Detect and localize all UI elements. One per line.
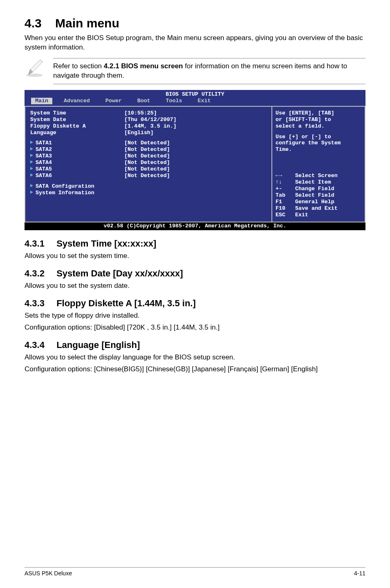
triangle-icon [30, 167, 33, 170]
bios-screen: BIOS SETUP UTILITY Main Advanced Power B… [25, 90, 365, 230]
triangle-icon [30, 147, 33, 150]
sub-desc: Configuration options: [Chinese(BIG5)] [… [25, 365, 365, 374]
section-intro: When you enter the BIOS Setup program, t… [25, 34, 365, 52]
lbl-sata6: SATA6 [36, 173, 52, 179]
key-f10: F10 [276, 205, 295, 212]
help-line: Time. [276, 146, 361, 153]
row-sata1[interactable]: SATA1 [Not Detected] [30, 140, 267, 146]
lbl-sata-config: SATA Configuration [36, 183, 94, 189]
pencil-icon [25, 58, 44, 79]
triangle-icon [30, 141, 33, 144]
bios-menu: Main Advanced Power Boot Tools Exit [25, 98, 365, 106]
sub-title: Floppy Diskette A [1.44M, 3.5 in.] [56, 298, 196, 308]
key-lr-text: Select Screen [295, 173, 338, 179]
lbl-system-info: System Information [36, 190, 94, 196]
note: Refer to section 4.2.1 BIOS menu screen … [25, 58, 365, 84]
row-sata4[interactable]: SATA4 [Not Detected] [30, 159, 267, 166]
help-line: or [SHIFT-TAB] to [276, 117, 361, 123]
note-bold: 4.2.1 BIOS menu screen [104, 62, 183, 70]
section-title: Main menu [55, 16, 119, 30]
val-system-time: [10:55:25] [124, 110, 157, 117]
row-sata-config[interactable]: SATA Configuration [30, 183, 267, 190]
tab-main[interactable]: Main [31, 98, 52, 104]
sub-title: Language [English] [56, 340, 140, 350]
tab-exit[interactable]: Exit [194, 98, 215, 104]
row-system-time[interactable]: System Time [10:55:25] [30, 110, 267, 117]
bios-left-panel: System Time [10:55:25] System Date [Thu … [25, 106, 271, 222]
section-number: 4.3 [25, 16, 42, 30]
val-language: [English] [124, 130, 154, 136]
lbl-sata2: SATA2 [36, 146, 52, 153]
triangle-icon [30, 184, 33, 187]
row-sata6[interactable]: SATA6 [Not Detected] [30, 173, 267, 179]
row-floppy[interactable]: Floppy Diskette A [1.44M, 3.5 in.] [30, 123, 267, 130]
help-keys: ←→Select Screen ↑↓Select Item +-Change F… [276, 173, 361, 218]
row-system-info[interactable]: System Information [30, 190, 267, 196]
key-ud: ↑↓ [276, 179, 295, 186]
sub-num: 4.3.1 [25, 238, 54, 249]
sub-desc: Sets the type of floppy drive installed. [25, 311, 365, 321]
note-text: Refer to section 4.2.1 BIOS menu screen … [53, 58, 365, 84]
key-f10-text: Save and Exit [295, 205, 338, 212]
val-sata1: [Not Detected] [124, 140, 170, 146]
help-line: Use [+] or [-] to [276, 134, 361, 140]
sub-num: 4.3.3 [25, 298, 54, 309]
sub-heading: 4.3.4 Language [English] [25, 340, 365, 350]
sub-title: System Date [Day xx/xx/xxxx] [56, 268, 183, 278]
key-tab: Tab [276, 192, 295, 199]
key-lr: ←→ [276, 173, 295, 179]
row-sata5[interactable]: SATA5 [Not Detected] [30, 166, 267, 173]
triangle-icon [30, 160, 33, 164]
val-sata5: [Not Detected] [124, 166, 170, 173]
page-footer: ASUS P5K Deluxe 4-11 [25, 567, 365, 577]
key-f1-text: General Help [295, 199, 334, 205]
sub-num: 4.3.2 [25, 268, 54, 279]
val-sata4: [Not Detected] [124, 159, 170, 166]
key-esc-text: Exit [295, 212, 308, 218]
val-sata6: [Not Detected] [124, 173, 170, 179]
key-ud-text: Select Item [295, 179, 331, 186]
row-system-date[interactable]: System Date [Thu 04/12/2007] [30, 117, 267, 123]
sub-desc: Configuration options: [Disabled] [720K … [25, 323, 365, 332]
val-sata3: [Not Detected] [124, 153, 170, 159]
bios-title: BIOS SETUP UTILITY [25, 90, 365, 98]
help-line: select a field. [276, 123, 361, 130]
lbl-floppy: Floppy Diskette A [30, 123, 124, 130]
key-f1: F1 [276, 199, 295, 205]
section-heading: 4.3 Main menu [25, 16, 365, 30]
key-esc: ESC [276, 212, 295, 218]
key-pm-text: Change Field [295, 186, 334, 192]
bios-help-panel: Use [ENTER], [TAB] or [SHIFT-TAB] to sel… [271, 106, 365, 222]
lbl-sata3: SATA3 [36, 153, 52, 159]
lbl-sata4: SATA4 [36, 159, 52, 166]
tab-boot[interactable]: Boot [133, 98, 155, 104]
lbl-language: Language [30, 130, 124, 136]
help-line: configure the System [276, 140, 361, 146]
sub-num: 4.3.4 [25, 340, 54, 350]
row-sata2[interactable]: SATA2 [Not Detected] [30, 146, 267, 153]
footer-left: ASUS P5K Deluxe [25, 570, 72, 577]
tab-tools[interactable]: Tools [162, 98, 186, 104]
lbl-system-time: System Time [30, 110, 124, 117]
note-prefix: Refer to section [53, 62, 104, 70]
footer-right: 4-11 [354, 570, 365, 577]
triangle-icon [30, 154, 33, 157]
row-language[interactable]: Language [English] [30, 130, 267, 136]
val-floppy: [1.44M, 3.5 in.] [124, 123, 177, 130]
page: 4.3 Main menu When you enter the BIOS Se… [0, 0, 390, 588]
triangle-icon [30, 173, 33, 177]
sub-heading: 4.3.1 System Time [xx:xx:xx] [25, 238, 365, 249]
sub-heading: 4.3.2 System Date [Day xx/xx/xxxx] [25, 268, 365, 279]
tab-power[interactable]: Power [101, 98, 126, 104]
tab-advanced[interactable]: Advanced [60, 98, 94, 104]
help-line: Use [ENTER], [TAB] [276, 110, 361, 117]
sub-desc: Allows you to select the display languag… [25, 353, 365, 362]
bios-footer: v02.58 (C)Copyright 1985-2007, American … [25, 222, 365, 230]
row-sata3[interactable]: SATA3 [Not Detected] [30, 153, 267, 159]
sub-desc: Allows you to set the system time. [25, 251, 365, 261]
val-system-date: [Thu 04/12/2007] [124, 117, 177, 123]
sub-title: System Time [xx:xx:xx] [56, 238, 156, 249]
lbl-system-date: System Date [30, 117, 124, 123]
key-pm: +- [276, 186, 295, 192]
lbl-sata1: SATA1 [36, 140, 52, 146]
